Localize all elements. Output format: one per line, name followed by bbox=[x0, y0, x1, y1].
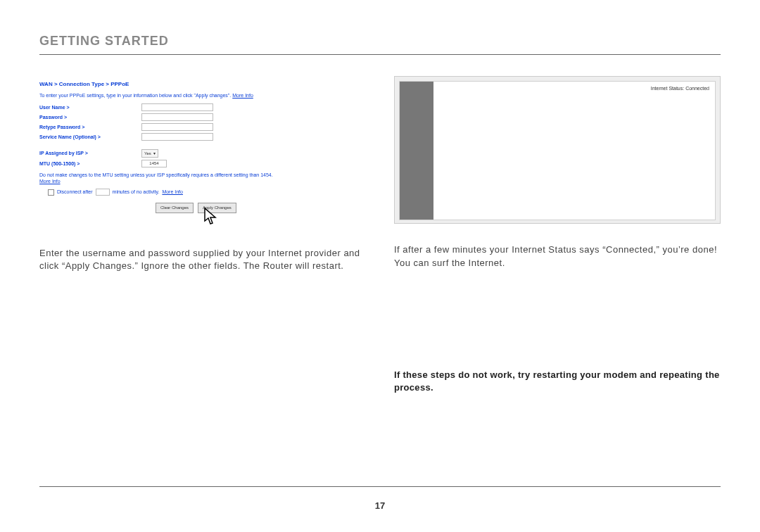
service-name-label: Service Name (Optional) > bbox=[39, 134, 141, 141]
ip-assigned-label: IP Assigned by ISP > bbox=[39, 150, 141, 157]
disconnect-row: Disconnect after minutes of no activity.… bbox=[48, 189, 366, 196]
disconnect-minutes-input[interactable] bbox=[96, 189, 110, 196]
mtu-input[interactable]: 1454 bbox=[141, 160, 167, 167]
mtu-label: MTU (500-1500) > bbox=[39, 160, 141, 167]
mtu-note-text: Do not make changes to the MTU setting u… bbox=[39, 172, 273, 177]
pppoe-screenshot: WAN > Connection Type > PPPoE To enter y… bbox=[39, 76, 366, 227]
instruction-body: To enter your PPPoE settings, type in yo… bbox=[39, 93, 231, 98]
left-column: WAN > Connection Type > PPPoE To enter y… bbox=[39, 76, 366, 394]
username-input[interactable] bbox=[141, 103, 213, 111]
clear-changes-button[interactable]: Clear Changes bbox=[156, 203, 194, 213]
right-column: Internet Status: Connected If after a fe… bbox=[394, 76, 721, 394]
page-number: 17 bbox=[0, 500, 760, 511]
page-title: GETTING STARTED bbox=[39, 34, 721, 49]
service-name-input[interactable] bbox=[141, 133, 213, 141]
ip-assigned-select[interactable]: Yes ▾ bbox=[141, 149, 158, 158]
retype-password-label: Retype Password > bbox=[39, 124, 141, 131]
rule-top bbox=[39, 54, 721, 55]
rule-bottom bbox=[39, 486, 721, 487]
disconnect-label-post: minutes of no activity. bbox=[113, 189, 160, 196]
retype-password-input[interactable] bbox=[141, 123, 213, 131]
instruction-text: To enter your PPPoE settings, type in yo… bbox=[39, 92, 366, 99]
status-screenshot: Internet Status: Connected bbox=[394, 76, 721, 224]
more-info-link-2[interactable]: More Info bbox=[39, 179, 61, 184]
right-caption: If after a few minutes your Internet Sta… bbox=[394, 243, 721, 270]
more-info-link[interactable]: More Info bbox=[232, 93, 253, 98]
mtu-note: Do not make changes to the MTU setting u… bbox=[39, 172, 307, 184]
left-caption: Enter the username and password supplied… bbox=[39, 247, 366, 274]
ip-assigned-value: Yes bbox=[144, 151, 151, 156]
internet-status-text: Internet Status: Connected bbox=[651, 86, 709, 91]
password-input[interactable] bbox=[141, 113, 213, 121]
cursor-icon bbox=[203, 207, 219, 229]
username-label: User Name > bbox=[39, 104, 141, 111]
password-label: Password > bbox=[39, 114, 141, 121]
breadcrumb: WAN > Connection Type > PPPoE bbox=[39, 80, 366, 88]
disconnect-label-pre: Disconnect after bbox=[57, 189, 93, 196]
troubleshoot-note: If these steps do not work, try restarti… bbox=[394, 369, 721, 394]
sidebar-placeholder bbox=[400, 82, 433, 220]
chevron-down-icon: ▾ bbox=[153, 151, 156, 156]
disconnect-checkbox[interactable] bbox=[48, 189, 54, 196]
more-info-link-3[interactable]: More Info bbox=[162, 189, 183, 196]
